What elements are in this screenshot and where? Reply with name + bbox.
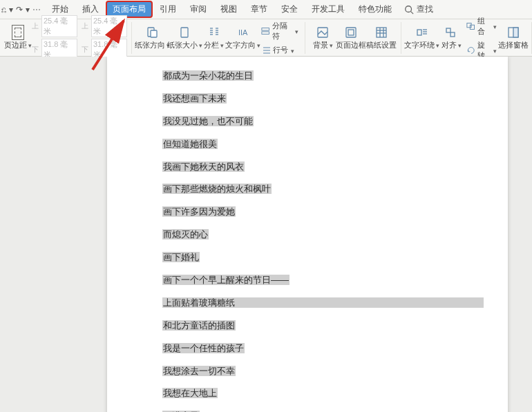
text-line[interactable]: 而熄灭的心 <box>162 229 209 239</box>
svg-rect-21 <box>348 30 354 35</box>
group-arrange: 文字环绕 对齐 组合 旋转 选择窗格 <box>401 22 532 54</box>
text-direction-icon: IIA <box>236 26 251 39</box>
selection-pane-icon <box>506 26 521 39</box>
align-button[interactable]: 对齐 <box>438 22 464 54</box>
text-direction-button[interactable]: IIA 文字方向 <box>227 22 260 54</box>
line-numbers-button[interactable]: 行号 <box>259 44 301 56</box>
line-numbers-icon <box>261 46 271 55</box>
text-line[interactable]: 我画下她秋天的风衣 <box>162 161 245 172</box>
svg-rect-3 <box>151 30 157 37</box>
svg-point-0 <box>406 6 412 12</box>
search-tab[interactable]: 查找 <box>404 3 433 15</box>
tab-references[interactable]: 引用 <box>153 1 183 17</box>
text-line[interactable]: 我是一个任性的孩子 <box>162 343 245 353</box>
svg-rect-34 <box>471 25 475 29</box>
margin-inputs: 上 25.4 毫米 下 31.8 毫米 <box>32 15 77 61</box>
undo-icon[interactable]: ⎌ <box>1 5 6 14</box>
qat-dropdown-icon[interactable]: ▾ <box>9 5 13 14</box>
search-icon <box>404 5 414 14</box>
size-icon <box>177 26 192 39</box>
svg-rect-31 <box>446 28 450 32</box>
page-margins-button[interactable]: 页边距 <box>4 22 32 54</box>
margin-right-icon: 下 <box>82 45 88 55</box>
text-wrap-icon <box>415 26 430 39</box>
margin-left-input[interactable]: 25.4 毫米 <box>91 15 127 37</box>
orientation-icon <box>144 26 160 39</box>
margin-top-input[interactable]: 25.4 毫米 <box>41 15 77 37</box>
tab-review[interactable]: 审阅 <box>183 1 213 17</box>
redo-icon[interactable]: ↷ <box>16 5 23 14</box>
svg-rect-36 <box>513 28 518 37</box>
text-line[interactable]: 画下许多因为爱她 <box>162 206 236 217</box>
selection-pane-button[interactable]: 选择窗格 <box>499 22 527 54</box>
page-border-button[interactable]: 页面边框 <box>336 22 366 54</box>
text-line[interactable]: 我想涂去一切不幸 <box>162 366 236 376</box>
ribbon: 页边距 上 25.4 毫米 下 31.8 毫米 上 25.4 毫米 下 31.8… <box>0 19 532 57</box>
margin-bottom-icon: 下 <box>32 45 39 55</box>
group-background: 背景 页面边框 稿纸设置 <box>305 22 401 54</box>
svg-rect-4 <box>181 28 188 37</box>
text-wrap-button[interactable]: 文字环绕 <box>406 22 438 54</box>
group-page-setup: 纸张方向 纸张大小 分栏 IIA 文字方向 分隔符 行号 <box>132 22 305 54</box>
text-line[interactable]: 我没见过她，也不可能 <box>162 116 254 126</box>
margin-top-icon: 上 <box>32 21 39 31</box>
svg-line-1 <box>411 11 414 14</box>
text-line[interactable]: 画下那些燃烧的烛火和枫叶 <box>162 184 272 194</box>
svg-rect-33 <box>467 23 471 27</box>
text-line[interactable]: 我还想画下未来 <box>162 93 227 104</box>
page-margin-icon <box>12 25 24 40</box>
menubar: ⎌ ▾ ↷ ▾ ⋯ 开始 插入 页面布局 引用 审阅 视图 章节 安全 开发工具… <box>0 0 532 19</box>
text-line[interactable]: 但知道她很美 <box>162 139 218 149</box>
text-line[interactable]: 都成为一朵小花的生日 <box>162 70 254 81</box>
svg-rect-20 <box>346 28 356 37</box>
group-icon <box>466 22 475 30</box>
orientation-button[interactable]: 纸张方向 <box>136 22 169 54</box>
group-margins: 页边距 上 25.4 毫米 下 31.8 毫米 上 25.4 毫米 下 31.8… <box>0 22 132 54</box>
workspace: 都成为一朵小花的生日 我还想画下未来 我没见过她，也不可能 但知道她很美 我画下… <box>0 57 532 412</box>
svg-rect-27 <box>417 30 421 35</box>
qat-dropdown-icon-2[interactable]: ▾ <box>26 5 30 14</box>
tab-safety[interactable]: 安全 <box>274 1 305 17</box>
quick-access-toolbar: ⎌ ▾ ↷ ▾ ⋯ <box>1 5 41 14</box>
margin-left-icon: 上 <box>82 21 88 31</box>
align-icon <box>444 26 459 39</box>
text-line[interactable]: 画下婚礼 <box>162 252 200 262</box>
breaks-button[interactable]: 分隔符 <box>259 20 301 42</box>
columns-button[interactable]: 分栏 <box>201 22 227 54</box>
svg-rect-14 <box>262 28 269 31</box>
manuscript-button[interactable]: 稿纸设置 <box>366 22 397 54</box>
tab-chapter[interactable]: 章节 <box>244 1 274 17</box>
group-button[interactable]: 组合 <box>464 15 499 37</box>
breaks-icon <box>261 27 269 35</box>
tab-view[interactable]: 视图 <box>213 1 244 17</box>
background-button[interactable]: 背景 <box>310 22 336 54</box>
text-line[interactable]: 画下一个个早上醒来的节日—— <box>162 275 289 285</box>
margin-inputs-2: 上 25.4 毫米 下 31.8 毫米 <box>82 15 127 61</box>
svg-rect-15 <box>262 32 269 35</box>
size-button[interactable]: 纸张大小 <box>169 22 201 54</box>
search-label: 查找 <box>417 3 433 15</box>
tab-devtools[interactable]: 开发工具 <box>305 1 352 17</box>
rotate-icon <box>466 46 475 55</box>
qat-overflow-icon[interactable]: ⋯ <box>32 5 41 14</box>
background-icon <box>315 26 330 39</box>
manuscript-icon <box>374 26 389 39</box>
text-line[interactable]: 和北方童话的插图 <box>162 320 236 331</box>
svg-rect-32 <box>450 32 455 37</box>
text-line[interactable]: 我想在大地上 <box>162 388 218 398</box>
page-border-icon <box>343 26 359 39</box>
svg-text:IIA: IIA <box>238 28 248 37</box>
columns-icon <box>207 26 222 39</box>
text-line[interactable]: 上面贴着玻璃糖纸 <box>162 297 484 308</box>
svg-rect-22 <box>377 28 386 37</box>
tab-features[interactable]: 特色功能 <box>352 1 399 17</box>
document-page[interactable]: 都成为一朵小花的生日 我还想画下未来 我没见过她，也不可能 但知道她很美 我画下… <box>107 57 508 412</box>
